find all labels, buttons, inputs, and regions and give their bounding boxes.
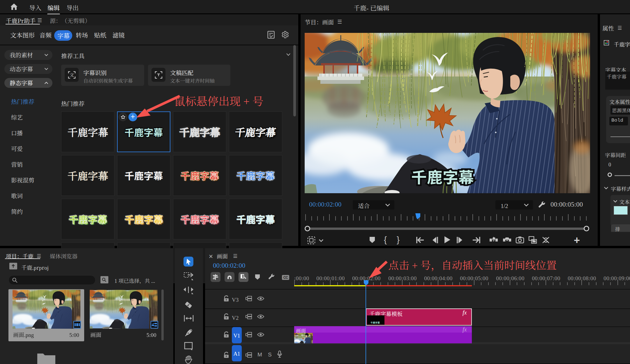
svg-text:千鹿字幕: 千鹿字幕	[411, 165, 474, 187]
svg-text:CC: CC	[283, 276, 288, 280]
svg-text:文: 文	[70, 72, 74, 78]
